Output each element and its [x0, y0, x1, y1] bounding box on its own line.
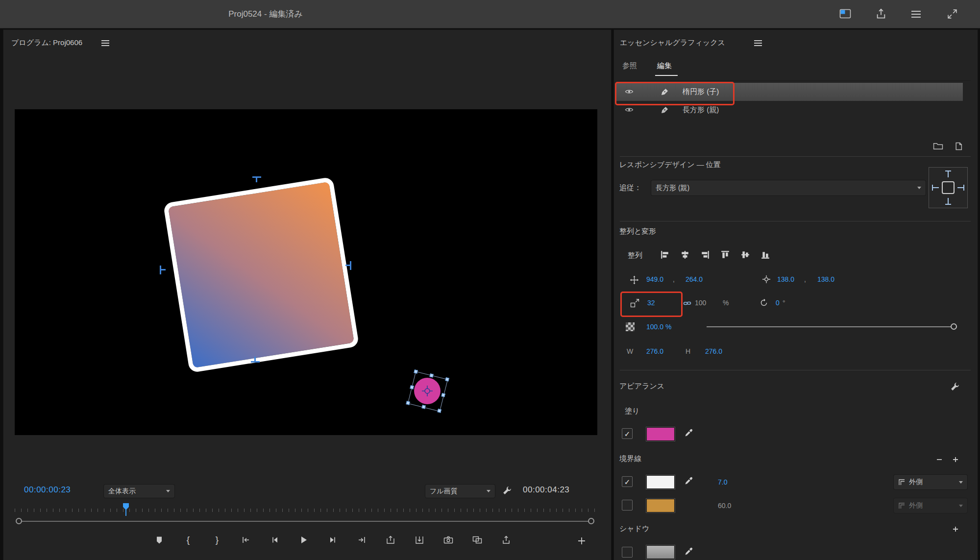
fill-color-swatch[interactable] [646, 427, 675, 441]
step-back-button[interactable] [269, 534, 281, 546]
selection-handle[interactable] [429, 373, 433, 377]
transform-handle-bottom[interactable] [250, 357, 260, 365]
align-left-button[interactable] [659, 249, 671, 261]
step-forward-button[interactable] [327, 534, 339, 546]
slider-track[interactable] [707, 326, 957, 327]
selection-handle[interactable] [421, 405, 425, 409]
appearance-settings-button[interactable] [949, 381, 961, 392]
add-stroke-button[interactable] [951, 455, 960, 464]
position-x-value[interactable]: 949.0 [646, 275, 663, 283]
add-marker-button[interactable] [153, 534, 165, 546]
current-timecode[interactable]: 00:00:00:23 [24, 485, 71, 495]
egp-panel-menu-button[interactable] [753, 39, 763, 47]
comparison-view-button[interactable] [471, 534, 483, 546]
add-shadow-button[interactable] [951, 525, 960, 534]
play-button[interactable] [298, 534, 310, 546]
selection-handle[interactable] [414, 369, 417, 373]
shadow-checkbox[interactable] [622, 547, 633, 558]
position-y-value[interactable]: 264.0 [686, 275, 703, 283]
video-preview[interactable] [15, 109, 597, 435]
mark-out-button[interactable]: } [211, 534, 223, 546]
link-scale-icon[interactable] [683, 299, 691, 307]
opacity-slider[interactable] [707, 323, 957, 331]
fill-eyedropper-button[interactable] [684, 428, 693, 438]
lift-button[interactable] [385, 534, 396, 546]
zoom-handle-right[interactable] [588, 518, 594, 524]
go-to-out-button[interactable] [356, 534, 368, 546]
zoom-scrollbar[interactable] [15, 518, 597, 525]
shadow-eyedropper-button[interactable] [684, 546, 693, 556]
align-center-vertical-button[interactable] [739, 249, 751, 261]
height-value[interactable]: 276.0 [705, 347, 722, 355]
settings-button[interactable] [501, 485, 513, 496]
stroke1-eyedropper-button[interactable] [684, 476, 693, 486]
rotation-value[interactable]: 0 [776, 299, 780, 307]
layer-row-ellipse[interactable]: 楕円形 (子) [616, 83, 963, 101]
stroke2-color-swatch[interactable] [646, 499, 675, 512]
width-value[interactable]: 276.0 [646, 347, 663, 355]
stroke1-checkbox[interactable]: ✓ [622, 476, 633, 487]
button-editor-button[interactable] [576, 535, 588, 547]
selection-handle[interactable] [410, 385, 414, 389]
fullscreen-button[interactable] [945, 6, 959, 21]
workspaces-menu-button[interactable] [908, 7, 923, 22]
zoom-level-select[interactable]: 全体表示 [103, 484, 175, 498]
workspace-button[interactable] [838, 6, 853, 21]
anchor-x-value[interactable]: 138.0 [777, 275, 794, 283]
tab-edit[interactable]: 編集 [657, 61, 672, 71]
align-center-horizontal-button[interactable] [679, 249, 691, 261]
opacity-value[interactable]: 100.0 % [646, 323, 671, 331]
pin-right-icon[interactable] [963, 185, 964, 191]
stroke2-width-value[interactable]: 60.0 [718, 502, 731, 510]
selection-handle[interactable] [437, 409, 441, 413]
pin-bottom-icon[interactable] [945, 204, 951, 205]
zoom-scrollbar-track[interactable] [19, 521, 593, 522]
visibility-toggle[interactable] [624, 105, 635, 115]
anchor-y-value[interactable]: 138.0 [817, 275, 834, 283]
selection-handle[interactable] [406, 401, 410, 405]
align-top-button[interactable] [719, 249, 731, 261]
remove-stroke-button[interactable] [935, 455, 944, 464]
stroke2-style-select[interactable]: 外側 [893, 498, 968, 513]
scale-height-value[interactable]: 100 [695, 299, 706, 307]
stroke2-checkbox[interactable] [622, 500, 633, 511]
extract-button[interactable] [414, 534, 425, 546]
align-bottom-button[interactable] [760, 249, 771, 261]
slider-knob[interactable] [951, 323, 957, 330]
transform-handle-left[interactable] [160, 266, 170, 273]
tab-browse[interactable]: 参照 [622, 61, 637, 71]
fill-checkbox[interactable]: ✓ [622, 428, 633, 439]
panel-menu-button[interactable] [100, 39, 110, 47]
new-layer-button[interactable] [952, 141, 965, 151]
new-folder-button[interactable] [931, 141, 944, 151]
transform-section-title: 整列と変形 [619, 227, 656, 236]
time-ruler[interactable] [15, 503, 597, 512]
selection-handle[interactable] [445, 377, 449, 381]
visibility-toggle[interactable] [624, 87, 635, 97]
go-to-in-button[interactable] [240, 534, 252, 546]
stroke1-color-swatch[interactable] [646, 475, 675, 489]
zoom-handle-left[interactable] [16, 518, 22, 524]
playhead[interactable] [123, 503, 129, 516]
align-right-button[interactable] [699, 249, 711, 261]
transform-handle-top[interactable] [252, 176, 262, 184]
export-media-button[interactable] [500, 534, 512, 546]
shadow-color-swatch[interactable] [646, 545, 675, 559]
anchor-point-icon[interactable] [421, 385, 434, 397]
playback-quality-select[interactable]: フル画質 [425, 484, 495, 498]
transform-handle-right[interactable] [345, 261, 355, 269]
pin-to-parent-widget[interactable] [929, 167, 968, 208]
gradient-square-shape[interactable] [163, 177, 359, 373]
selection-handle[interactable] [441, 393, 445, 397]
export-frame-button[interactable] [442, 534, 454, 546]
layer-label[interactable]: 長方形 (親) [683, 105, 719, 115]
stroke1-style-select[interactable]: 外側 [893, 474, 968, 490]
quick-export-button[interactable] [874, 6, 888, 21]
mark-in-button[interactable]: { [182, 534, 194, 546]
layer-row-rect[interactable]: 長方形 (親) [616, 101, 963, 119]
scale-width-value[interactable]: 32 [647, 299, 655, 307]
stroke1-width-value[interactable]: 7.0 [718, 478, 727, 486]
layer-label[interactable]: 楕円形 (子) [683, 87, 719, 97]
follow-select[interactable]: 長方形 (親) [651, 180, 926, 196]
pen-icon [660, 105, 669, 114]
